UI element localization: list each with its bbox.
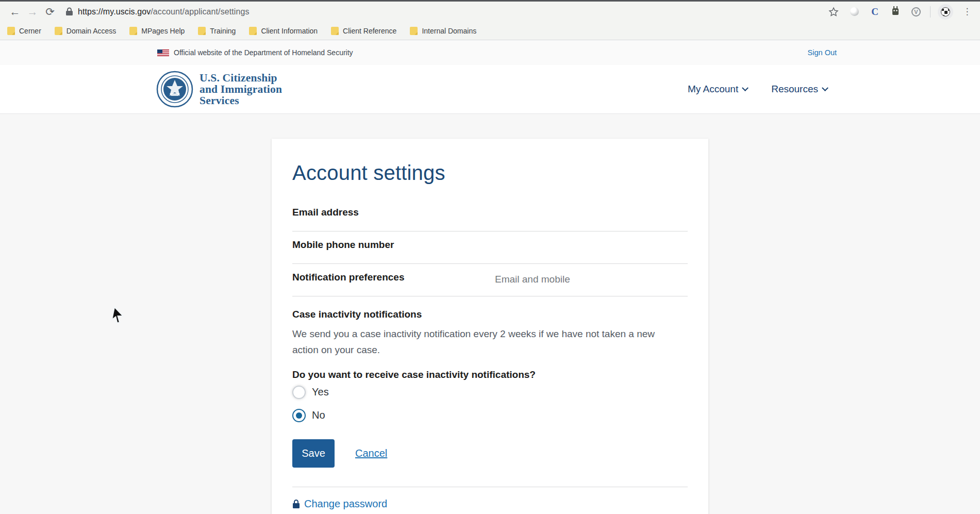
form-actions: Save Cancel	[292, 439, 688, 468]
change-password-link[interactable]: Change password	[304, 498, 387, 510]
bookmark-folder[interactable]: MPages Help	[129, 27, 185, 35]
page-title: Account settings	[292, 161, 688, 185]
bookmark-star-icon[interactable]	[827, 5, 840, 19]
folder-icon	[198, 27, 206, 35]
radio-option-yes[interactable]: Yes	[292, 380, 688, 404]
profile-avatar[interactable]	[938, 4, 953, 20]
main-nav: My Account Resources	[688, 84, 827, 95]
password-lock-icon	[292, 499, 300, 509]
radio-circle-yes[interactable]	[292, 386, 306, 399]
soccer-ball-icon	[941, 7, 950, 16]
bookmark-label: Client Reference	[343, 27, 396, 35]
extension-sphere-icon[interactable]	[848, 5, 861, 19]
sign-out-link[interactable]: Sign Out	[808, 48, 837, 57]
url-text[interactable]: https://my.uscis.gov/account/applicant/s…	[78, 7, 250, 16]
uscis-wordmark: U.S. Citizenship and Immigration Service…	[200, 72, 282, 106]
nav-label: My Account	[688, 84, 738, 95]
nav-my-account[interactable]: My Account	[688, 84, 748, 95]
extension-v-icon[interactable]: V	[909, 5, 923, 19]
chevron-down-icon	[742, 85, 749, 91]
folder-icon	[55, 27, 62, 35]
v-glyph: V	[911, 7, 921, 16]
bookmark-folder[interactable]: Internal Domains	[410, 27, 476, 35]
notification-preferences-value: Email and mobile	[495, 274, 570, 285]
uscis-seal-icon	[156, 71, 193, 108]
nav-resources[interactable]: Resources	[771, 84, 827, 95]
case-inactivity-heading: Case inactivity notifications	[292, 309, 688, 320]
bookmarks-bar: Cerner Domain Access MPages Help Trainin…	[0, 22, 980, 40]
reload-icon[interactable]: ⟳	[41, 3, 59, 21]
logo-line: Services	[200, 95, 282, 106]
notification-preferences-label: Notification preferences	[292, 272, 405, 283]
url-host: https://my.uscis.gov	[78, 7, 151, 16]
sphere-glyph	[850, 7, 859, 16]
field-row-mobile: Mobile phone number	[292, 231, 688, 264]
cerner-c-glyph: C	[871, 6, 878, 18]
logo-line: and Immigration	[200, 84, 282, 95]
browser-toolbar: ← → ⟳ https://my.uscis.gov/account/appli…	[0, 2, 980, 22]
back-icon[interactable]: ←	[6, 3, 24, 21]
cancel-link[interactable]: Cancel	[355, 447, 387, 459]
radio-label-no: No	[312, 409, 325, 421]
radio-option-no[interactable]: No	[292, 404, 688, 427]
address-bar[interactable]: https://my.uscis.gov/account/applicant/s…	[66, 7, 821, 16]
folder-icon	[410, 27, 418, 35]
gov-banner: Official website of the Department of Ho…	[0, 40, 980, 65]
bookmark-label: MPages Help	[141, 27, 185, 35]
field-row-notification-preferences: Notification preferences Email and mobil…	[292, 264, 688, 296]
banner-text: Official website of the Department of Ho…	[174, 48, 353, 57]
nav-label: Resources	[771, 84, 818, 95]
radio-circle-no[interactable]	[292, 409, 306, 422]
toolbar-right: C V ⋮	[827, 4, 974, 20]
bookmark-label: Cerner	[19, 27, 41, 35]
radio-label-yes: Yes	[312, 386, 329, 398]
chevron-down-icon	[822, 85, 828, 91]
bookmark-folder[interactable]: Client Reference	[331, 27, 396, 35]
browser-menu-icon[interactable]: ⋮	[960, 5, 974, 19]
toolbar-separator	[930, 6, 931, 18]
mobile-phone-label: Mobile phone number	[292, 239, 394, 250]
case-inactivity-description: We send you a case inactivity notificati…	[292, 326, 680, 358]
folder-icon	[331, 27, 339, 35]
change-password-row[interactable]: Change password	[292, 498, 688, 510]
lock-icon	[66, 7, 73, 16]
bookmark-folder[interactable]: Training	[198, 27, 236, 35]
bookmark-label: Client Information	[261, 27, 318, 35]
forward-icon[interactable]: →	[24, 3, 41, 21]
url-path: /account/applicant/settings	[151, 7, 249, 16]
field-row-email: Email address	[292, 199, 688, 231]
logo-line: U.S. Citizenship	[200, 72, 282, 84]
account-settings-card: Account settings Email address Mobile ph…	[272, 139, 708, 514]
main-content: Account settings Email address Mobile ph…	[0, 114, 980, 514]
us-flag-icon	[157, 49, 169, 56]
bookmark-folder[interactable]: Client Information	[249, 27, 318, 35]
bookmark-label: Training	[210, 27, 236, 35]
case-inactivity-question: Do you want to receive case inactivity n…	[292, 369, 688, 380]
save-button[interactable]: Save	[292, 439, 335, 468]
folder-icon	[7, 27, 15, 35]
robot-glyph	[892, 8, 899, 15]
folder-icon	[129, 27, 137, 35]
bookmark-label: Internal Domains	[422, 27, 476, 35]
email-address-label: Email address	[292, 207, 359, 218]
site-header: U.S. Citizenship and Immigration Service…	[0, 65, 980, 114]
bookmark-label: Domain Access	[67, 27, 116, 35]
bookmark-folder[interactable]: Cerner	[7, 27, 41, 35]
folder-icon	[249, 27, 257, 35]
extension-robot-icon[interactable]	[889, 5, 902, 19]
extension-cerner-icon[interactable]: C	[868, 5, 882, 19]
bookmark-folder[interactable]: Domain Access	[55, 27, 116, 35]
uscis-logo[interactable]: U.S. Citizenship and Immigration Service…	[156, 71, 282, 108]
section-divider	[292, 487, 688, 487]
